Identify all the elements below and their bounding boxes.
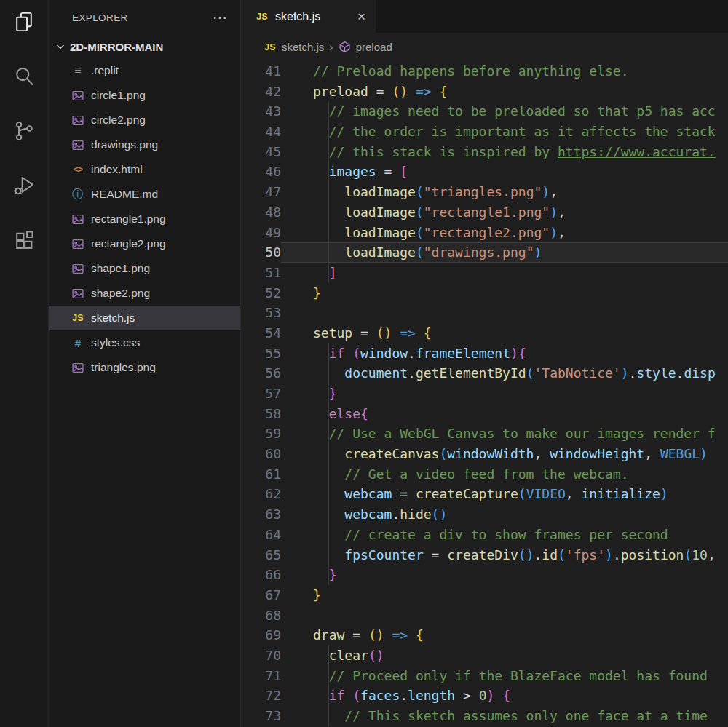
line-number[interactable]: 57	[241, 384, 281, 404]
code-line-44[interactable]: 44 // the order is important as it affec…	[241, 122, 728, 142]
line-number[interactable]: 55	[241, 343, 281, 364]
extensions-icon[interactable]	[12, 229, 36, 252]
line-number[interactable]: 54	[241, 323, 281, 343]
code-line-56[interactable]: 56 document.getElementById('TabNotice').…	[241, 363, 728, 384]
line-number[interactable]: 72	[241, 686, 281, 706]
line-number[interactable]: 65	[241, 545, 281, 565]
line-number[interactable]: 73	[241, 706, 281, 726]
file-item-circle1.png[interactable]: circle1.png	[49, 83, 240, 108]
tab-sketch-js[interactable]: JS sketch.js ×	[241, 0, 376, 33]
file-item-circle2.png[interactable]: circle2.png	[49, 108, 240, 132]
line-number[interactable]: 45	[241, 142, 281, 162]
code-line-72[interactable]: 72 if (faces.length > 0) {	[241, 686, 728, 706]
code-line-66[interactable]: 66 }	[241, 565, 728, 585]
code-line-68[interactable]: 68	[241, 605, 728, 626]
line-number[interactable]: 43	[241, 101, 281, 122]
image-file-icon	[71, 213, 84, 226]
code-line-60[interactable]: 60 createCanvas(windowWidth, windowHeigh…	[241, 444, 728, 464]
code-line-55[interactable]: 55 if (window.frameElement){	[241, 343, 728, 364]
line-number[interactable]: 41	[241, 61, 281, 82]
code-line-70[interactable]: 70 clear()	[241, 645, 728, 666]
code-line-61[interactable]: 61 // Get a video feed from the webcam.	[241, 464, 728, 485]
line-number[interactable]: 42	[241, 82, 281, 102]
file-item-shape1.png[interactable]: shape1.png	[49, 256, 240, 281]
tab-bar: JS sketch.js ×	[241, 0, 728, 33]
code-line-54[interactable]: 54setup = () => {	[241, 323, 728, 343]
indent-guide	[328, 525, 329, 545]
code-line-73[interactable]: 73 // This sketch assumes only one face …	[241, 706, 728, 726]
line-number[interactable]: 71	[241, 666, 281, 686]
folder-root[interactable]: 2D-MIRROR-MAIN	[49, 35, 240, 58]
indent-guide	[328, 404, 329, 424]
source-control-icon[interactable]	[12, 119, 36, 143]
code-line-50[interactable]: 50 loadImage("drawings.png")	[241, 242, 728, 263]
code-editor[interactable]: 41// Preload happens before anything els…	[241, 61, 728, 727]
line-number[interactable]: 48	[241, 202, 281, 223]
line-content: draw = () => {	[281, 625, 728, 645]
js-file-icon: JS	[264, 42, 277, 52]
code-line-53[interactable]: 53	[241, 303, 728, 323]
file-item-rectangle1.png[interactable]: rectangle1.png	[49, 207, 240, 231]
code-line-63[interactable]: 63 webcam.hide()	[241, 504, 728, 525]
file-item-rectangle2.png[interactable]: rectangle2.png	[49, 231, 240, 256]
line-number[interactable]: 49	[241, 223, 281, 243]
line-number[interactable]: 67	[241, 585, 281, 605]
breadcrumb-file[interactable]: JS sketch.js	[264, 41, 324, 53]
search-icon[interactable]	[12, 65, 36, 88]
code-line-62[interactable]: 62 webcam = createCapture(VIDEO, initial…	[241, 484, 728, 504]
close-tab-icon[interactable]: ×	[357, 9, 365, 23]
line-number[interactable]: 51	[241, 263, 281, 283]
file-item-sketch.js[interactable]: JSsketch.js	[49, 306, 240, 330]
file-item-drawings.png[interactable]: drawings.png	[49, 132, 240, 157]
code-line-67[interactable]: 67}	[241, 585, 728, 605]
line-number[interactable]: 66	[241, 565, 281, 585]
code-line-43[interactable]: 43 // images need to be preloaded so tha…	[241, 101, 728, 122]
file-item-README.md[interactable]: ⓘREADME.md	[49, 182, 240, 207]
line-number[interactable]: 60	[241, 444, 281, 464]
line-number[interactable]: 46	[241, 162, 281, 182]
line-number[interactable]: 59	[241, 424, 281, 444]
line-number[interactable]: 52	[241, 283, 281, 303]
line-number[interactable]: 56	[241, 363, 281, 384]
line-number[interactable]: 62	[241, 484, 281, 504]
code-line-57[interactable]: 57 }	[241, 384, 728, 404]
code-line-49[interactable]: 49 loadImage("rectangle2.png"),	[241, 223, 728, 243]
explorer-more-actions-icon[interactable]: ⋯	[213, 10, 227, 25]
code-line-69[interactable]: 69draw = () => {	[241, 625, 728, 645]
line-content: if (faces.length > 0) {	[281, 686, 728, 706]
line-number[interactable]: 47	[241, 182, 281, 202]
line-number[interactable]: 70	[241, 645, 281, 666]
code-line-51[interactable]: 51 ]	[241, 263, 728, 283]
code-line-48[interactable]: 48 loadImage("rectangle1.png"),	[241, 202, 728, 223]
line-number[interactable]: 61	[241, 464, 281, 485]
file-item-styles.css[interactable]: #styles.css	[49, 330, 240, 355]
code-line-52[interactable]: 52}	[241, 283, 728, 303]
code-line-41[interactable]: 41// Preload happens before anything els…	[241, 61, 728, 82]
code-line-46[interactable]: 46 images = [	[241, 162, 728, 182]
line-number[interactable]: 58	[241, 404, 281, 424]
code-line-65[interactable]: 65 fpsCounter = createDiv().id('fps').po…	[241, 545, 728, 565]
breadcrumb-symbol[interactable]: preload	[339, 41, 392, 53]
file-item-shape2.png[interactable]: shape2.png	[49, 281, 240, 306]
code-line-42[interactable]: 42preload = () => {	[241, 82, 728, 102]
code-line-71[interactable]: 71 // Proceed only if the BlazeFace mode…	[241, 666, 728, 686]
indent-guide	[328, 504, 329, 525]
line-number[interactable]: 50	[241, 242, 281, 263]
file-name: sketch.js	[91, 311, 135, 325]
file-item-triangles.png[interactable]: triangles.png	[49, 355, 240, 380]
file-item-index.html[interactable]: <>index.html	[49, 157, 240, 182]
code-line-58[interactable]: 58 else{	[241, 404, 728, 424]
line-number[interactable]: 44	[241, 122, 281, 142]
code-line-45[interactable]: 45 // this stack is inspired by https://…	[241, 142, 728, 162]
explorer-icon[interactable]	[12, 10, 36, 33]
line-number[interactable]: 68	[241, 605, 281, 626]
line-number[interactable]: 63	[241, 504, 281, 525]
line-number[interactable]: 69	[241, 625, 281, 645]
code-line-47[interactable]: 47 loadImage("triangles.png"),	[241, 182, 728, 202]
line-number[interactable]: 53	[241, 303, 281, 323]
code-line-59[interactable]: 59 // Use a WebGL Canvas to make our ima…	[241, 424, 728, 444]
file-item-.replit[interactable]: ≡.replit	[49, 58, 240, 83]
line-number[interactable]: 64	[241, 525, 281, 545]
run-and-debug-icon[interactable]	[12, 174, 36, 197]
code-line-64[interactable]: 64 // create a div to show frames per se…	[241, 525, 728, 545]
